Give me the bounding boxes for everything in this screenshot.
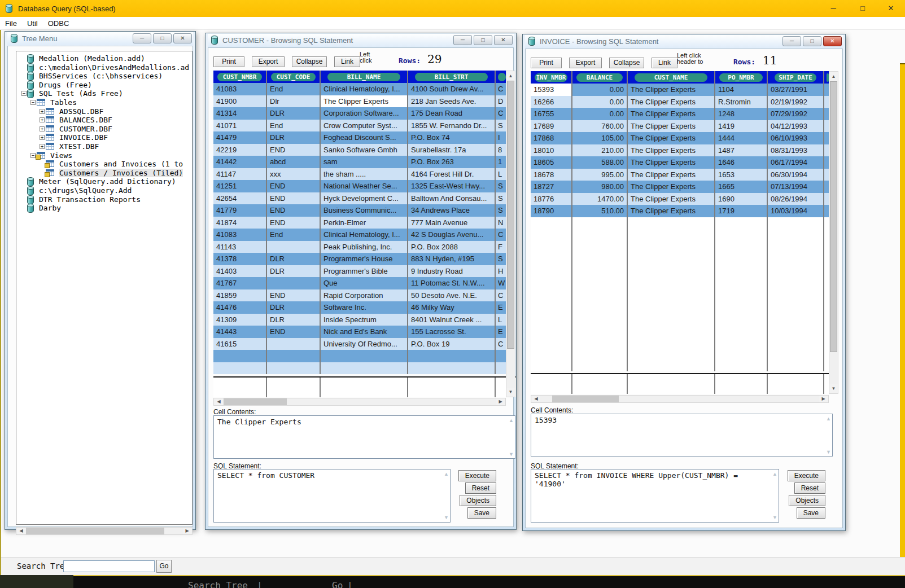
grid-cell[interactable]: Sanko Software Gmbh: [321, 144, 408, 156]
grid-cell[interactable]: P.O. Box 263: [408, 156, 496, 168]
grid-cell[interactable]: 218 Jan Seeds Ave.: [408, 95, 496, 108]
grid-cell[interactable]: 41900: [213, 95, 267, 108]
grid-cell[interactable]: The Clipper Experts: [628, 84, 715, 96]
tree-item[interactable]: Medallion (Medalion.add): [16, 54, 192, 63]
grid-cell[interactable]: 155 Lacrosse St.: [408, 326, 496, 338]
grid-cell-partial[interactable]: F: [496, 241, 506, 253]
grid-cell[interactable]: [408, 362, 496, 375]
tree-item[interactable]: +CUSTOMER.DBF: [16, 125, 192, 134]
reset-button[interactable]: Reset: [465, 482, 496, 494]
grid-cell[interactable]: 04/12/1993: [768, 120, 824, 133]
grid-cell[interactable]: 11 Potomac St. N.W....: [408, 277, 496, 289]
grid-cell[interactable]: 18790: [531, 205, 572, 217]
grid-cell[interactable]: [267, 362, 321, 375]
tree-item[interactable]: Customers / Invoices (Tiled): [16, 169, 192, 178]
maximize-button[interactable]: □: [851, 1, 874, 16]
grid-cell-partial[interactable]: E: [496, 326, 506, 338]
grid-cell[interactable]: Balltown And Consau...: [408, 192, 496, 205]
grid-cell-partial[interactable]: [824, 169, 829, 181]
grid-cell[interactable]: 41767: [213, 277, 267, 289]
maximize-button[interactable]: □: [474, 35, 492, 45]
grid-cell[interactable]: 1487: [715, 144, 768, 157]
grid-cell[interactable]: 4164 Forest Hill Dr.: [408, 168, 496, 181]
caret-up-icon[interactable]: ▲: [826, 416, 841, 422]
grid-cell[interactable]: [213, 350, 267, 362]
grid-cell[interactable]: 1470.00: [572, 193, 628, 205]
grid-cell[interactable]: 41251: [213, 180, 267, 192]
append-cell[interactable]: [824, 374, 829, 394]
grid-cell[interactable]: 41476: [213, 301, 267, 314]
grid-cell[interactable]: 41309: [213, 314, 267, 326]
column-header-partial[interactable]: [496, 71, 506, 83]
execute-button[interactable]: Execute: [788, 470, 825, 481]
grid-cell-partial[interactable]: [824, 132, 829, 144]
grid-cell[interactable]: The Clipper Experts: [628, 205, 715, 217]
column-header[interactable]: BILL_STRT: [408, 71, 496, 83]
h-scrollbar-thumb[interactable]: [224, 398, 287, 405]
grid-cell[interactable]: 42 S Douglas Avenu...: [408, 229, 496, 241]
tree-item[interactable]: Darby: [16, 204, 192, 213]
grid-cell[interactable]: 16755: [531, 108, 572, 120]
tree-item[interactable]: Drugs (Free): [16, 81, 192, 90]
grid-cell[interactable]: The Clipper Experts: [628, 181, 715, 193]
append-cell[interactable]: [768, 374, 824, 394]
column-header[interactable]: BALANCE: [572, 71, 628, 84]
objects-button[interactable]: Objects: [789, 495, 825, 506]
grid-cell[interactable]: Dlr: [267, 95, 321, 108]
invoice-h-scrollbar[interactable]: ◀ ▶: [531, 395, 829, 403]
column-header[interactable]: INV_NMBR: [531, 71, 572, 84]
grid-cell[interactable]: End: [267, 229, 321, 241]
grid-cell[interactable]: 41403: [213, 265, 267, 278]
grid-cell-partial[interactable]: S: [496, 180, 506, 192]
grid-cell[interactable]: END: [267, 144, 321, 156]
maximize-button[interactable]: □: [803, 36, 821, 46]
grid-cell[interactable]: P.O. Box 74: [408, 131, 496, 144]
collapse-expander-icon[interactable]: −: [21, 91, 27, 96]
print-button[interactable]: Print: [213, 56, 244, 67]
grid-cell-partial[interactable]: S: [496, 253, 506, 265]
grid-cell[interactable]: 1646: [715, 156, 768, 169]
grid-cell[interactable]: 18605: [531, 156, 572, 169]
expand-expander-icon[interactable]: +: [40, 109, 45, 114]
close-button[interactable]: ✕: [494, 35, 513, 45]
invoice-v-scrollbar[interactable]: ▲ ▼: [829, 71, 838, 394]
grid-cell[interactable]: sam: [321, 156, 408, 168]
append-row[interactable]: [213, 376, 516, 397]
menu-file[interactable]: File: [0, 19, 22, 28]
grid-cell[interactable]: 0.00: [572, 108, 628, 120]
tree-h-scrollbar[interactable]: ◀ ▶: [16, 527, 193, 535]
grid-cell[interactable]: P.O. Box 2088: [408, 241, 496, 253]
grid-cell[interactable]: 10/03/1994: [768, 205, 824, 217]
grid-cell[interactable]: [321, 350, 408, 362]
grid-cell[interactable]: 41083: [213, 83, 267, 95]
grid-cell[interactable]: 1248: [715, 108, 768, 120]
grid-cell[interactable]: 41443: [213, 326, 267, 338]
grid-cell[interactable]: 41442: [213, 156, 267, 168]
grid-cell[interactable]: 980.00: [572, 181, 628, 193]
export-button[interactable]: Export: [569, 58, 602, 68]
grid-cell[interactable]: 41874: [213, 217, 267, 229]
grid-cell[interactable]: The Clipper Experts: [628, 108, 715, 120]
append-cell[interactable]: [213, 378, 267, 397]
grid-cell[interactable]: 07/13/1994: [768, 181, 824, 193]
tree-item[interactable]: Customers and Invoices (1 to: [16, 160, 192, 169]
expand-expander-icon[interactable]: +: [40, 135, 45, 140]
grid-cell[interactable]: End: [267, 83, 321, 95]
grid-cell[interactable]: 0.00: [572, 84, 628, 96]
tree-item-label[interactable]: Drugs (Free): [39, 81, 92, 90]
v-scrollbar-thumb[interactable]: [507, 81, 514, 349]
tree-item[interactable]: −Views: [16, 151, 192, 160]
grid-cell[interactable]: The Clipper Experts: [628, 169, 715, 181]
minimize-button[interactable]: ─: [782, 36, 801, 46]
grid-cell-partial[interactable]: S: [496, 120, 506, 132]
tree-menu-titlebar[interactable]: Tree Menu ─ □ ✕: [7, 32, 193, 45]
tree-item[interactable]: +INVOICE.DBF: [16, 133, 192, 142]
tree-item-label[interactable]: Meter (SqlQuery.add Dictionary): [39, 177, 176, 186]
grid-cell[interactable]: 1444: [715, 132, 768, 144]
grid-cell[interactable]: the sham .....: [321, 168, 408, 181]
grid-cell[interactable]: DLR: [267, 131, 321, 144]
collapse-expander-icon[interactable]: −: [30, 153, 36, 158]
scroll-up-icon[interactable]: ▲: [506, 72, 515, 80]
grid-cell[interactable]: 41859: [213, 289, 267, 302]
tree-item-label[interactable]: SQL Test (Ads Free): [39, 89, 123, 98]
